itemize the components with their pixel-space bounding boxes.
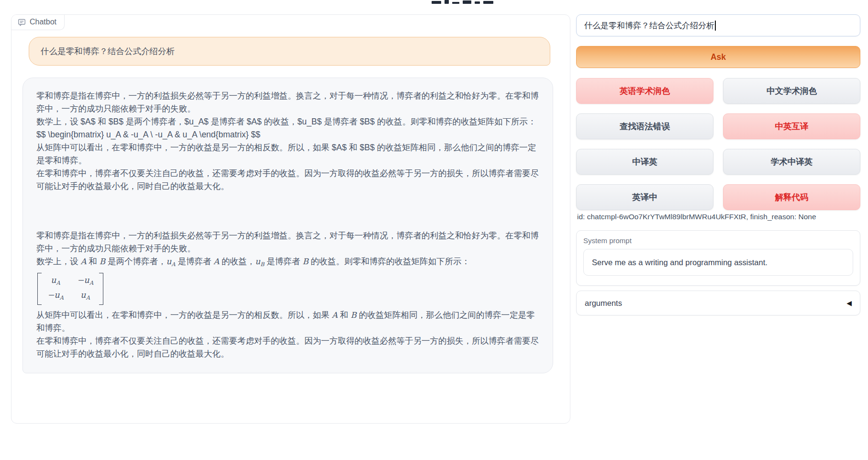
accordion-collapsed-icon: ◀: [846, 299, 852, 307]
quick-action-find-grammar-errors[interactable]: 查找语法错误: [576, 113, 713, 139]
quick-action-academic-zh-to-en[interactable]: 学术中译英: [723, 149, 860, 175]
matrix-cell: −uA: [77, 274, 93, 289]
bot-rendered-paragraph: 从矩阵中可以看出，在零和博弈中，一方的收益是另一方的相反数。所以，如果 A 和 …: [36, 309, 539, 335]
page-title-clipped: [432, 0, 511, 4]
user-message-text: 什么是零和博弈？结合公式介绍分析: [41, 46, 175, 56]
arguments-accordion-label: arguments: [585, 299, 622, 308]
quick-action-grid: 英语学术润色 中文学术润色 查找语法错误 中英互译 中译英 学术中译英 英译中 …: [576, 78, 860, 210]
bot-rendered-paragraph: 在零和博弈中，博弈者不仅要关注自己的收益，还需要考虑对手的收益。因为一方取得的收…: [36, 335, 539, 360]
system-prompt-input[interactable]: Serve me as a writing and programming as…: [583, 249, 853, 276]
bot-raw-paragraph: 从矩阵中可以看出，在零和博弈中，一方的收益是另一方的相反数。所以，如果 $A$ …: [36, 141, 539, 167]
quick-action-explain-code[interactable]: 解释代码: [723, 184, 860, 210]
system-prompt-label: System prompt: [583, 236, 853, 245]
chatbot-panel: 什么是零和博弈？结合公式介绍分析 零和博弈是指在博弈中，一方的利益损失必然等于另…: [11, 14, 570, 424]
quick-action-chinese-academic-polish[interactable]: 中文学术润色: [723, 78, 860, 104]
chatbot-label-text: Chatbot: [30, 18, 56, 26]
bot-raw-formula: $$ \begin{bmatrix} u_A & -u_A \ -u_A & u…: [36, 128, 539, 141]
matrix-cell: −uA: [47, 289, 64, 303]
response-status-line: id: chatcmpl-6wOo7KrYTwMl89lbrMWRu4UkFFX…: [577, 213, 816, 221]
ask-button[interactable]: Ask: [576, 46, 860, 68]
quick-action-zh-to-en[interactable]: 中译英: [576, 149, 713, 175]
payoff-matrix: uA −uA −uA uA: [37, 273, 103, 305]
matrix-left-bracket: [37, 273, 42, 305]
arguments-accordion[interactable]: arguments ◀: [576, 291, 860, 315]
matrix-cell: uA: [47, 274, 64, 289]
quick-action-zh-en-mutual-translate[interactable]: 中英互译: [723, 113, 860, 139]
system-prompt-value: Serve me as a writing and programming as…: [592, 258, 768, 267]
bot-raw-paragraph: 零和博弈是指在博弈中，一方的利益损失必然等于另一方的利益增益。换言之，对于每一种…: [36, 90, 539, 115]
system-prompt-card: System prompt Serve me as a writing and …: [576, 230, 860, 286]
matrix-cell: uA: [77, 289, 93, 303]
matrix-right-bracket: [99, 273, 103, 305]
question-input-value: 什么是零和博弈？结合公式介绍分析: [584, 20, 714, 31]
section-gap: [36, 193, 539, 229]
bot-rendered-paragraph: 数学上，设 A 和 B 是两个博弈者，uA 是博弈者 A 的收益，uB 是博弈者…: [36, 255, 539, 271]
chat-bubble-icon: [18, 18, 26, 26]
bot-raw-paragraph: 在零和博弈中，博弈者不仅要关注自己的收益，还需要考虑对手的收益。因为一方取得的收…: [36, 167, 539, 193]
question-input[interactable]: 什么是零和博弈？结合公式介绍分析: [576, 14, 860, 36]
user-message-bubble: 什么是零和博弈？结合公式介绍分析: [29, 37, 550, 66]
bot-message-bubble: 零和博弈是指在博弈中，一方的利益损失必然等于另一方的利益增益。换言之，对于每一种…: [22, 78, 553, 373]
text-caret: [715, 21, 716, 31]
bot-rendered-paragraph: 零和博弈是指在博弈中，一方的利益损失必然等于另一方的利益增益。换言之，对于每一种…: [36, 229, 539, 255]
chat-messages[interactable]: 什么是零和博弈？结合公式介绍分析 零和博弈是指在博弈中，一方的利益损失必然等于另…: [11, 15, 570, 423]
bot-raw-paragraph: 数学上，设 $A$ 和 $B$ 是两个博弈者，$u_A$ 是博弈者 $A$ 的收…: [36, 115, 539, 128]
chatbot-label: Chatbot: [11, 15, 65, 30]
quick-action-english-academic-polish[interactable]: 英语学术润色: [576, 78, 713, 104]
quick-action-en-to-zh[interactable]: 英译中: [576, 184, 713, 210]
